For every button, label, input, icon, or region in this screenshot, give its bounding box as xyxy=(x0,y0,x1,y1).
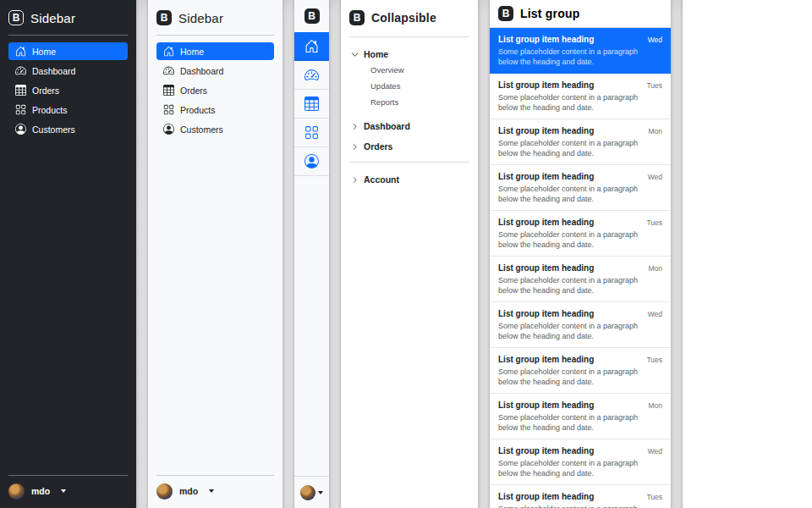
list-item[interactable]: List group item heading Mon Some placeho… xyxy=(490,119,671,165)
list-item-header-row: List group item heading Wed xyxy=(498,34,662,46)
divider xyxy=(156,35,274,36)
nav-item-home[interactable]: Home xyxy=(156,42,274,60)
nav-label: Customers xyxy=(180,124,223,135)
nav-icon-dashboard[interactable] xyxy=(294,61,329,90)
speedometer-icon xyxy=(304,68,319,82)
nav-icon-customers[interactable] xyxy=(294,147,329,176)
list-item[interactable]: List group item heading Tues Some placeh… xyxy=(490,485,671,508)
example-divider xyxy=(283,0,294,508)
nav-item-orders[interactable]: Orders xyxy=(156,81,274,99)
nav-label: Orders xyxy=(180,86,207,96)
nav-item-customers[interactable]: Customers xyxy=(8,120,128,138)
list-item[interactable]: List group item heading Mon Some placeho… xyxy=(490,257,671,302)
list-item-body: Some placeholder content in a paragraph … xyxy=(498,367,642,387)
list-item[interactable]: List group item heading Mon Some placeho… xyxy=(490,394,671,439)
avatar xyxy=(8,483,25,500)
list-item-date: Tues xyxy=(646,491,662,503)
nav-icon-products[interactable] xyxy=(294,119,329,147)
list-item-body: Some placeholder content in a paragraph … xyxy=(498,230,642,250)
bootstrap-logo-icon: B xyxy=(349,10,365,25)
list-group-brand[interactable]: B List group xyxy=(490,0,671,28)
caret-down-icon xyxy=(61,489,66,493)
list-item[interactable]: List group item heading Wed Some placeho… xyxy=(490,439,671,485)
list-item-date: Mon xyxy=(648,125,662,137)
tree-toggle-orders[interactable]: Orders xyxy=(351,140,469,153)
list-item-body: Some placeholder content in a paragraph … xyxy=(498,93,642,113)
list-item[interactable]: List group item heading Tues Some placeh… xyxy=(490,211,671,257)
avatar xyxy=(300,485,315,500)
list-item[interactable]: List group item heading Wed Some placeho… xyxy=(490,302,671,348)
table-icon xyxy=(15,85,26,96)
tree-link-updates[interactable]: Updates xyxy=(370,80,469,91)
list-item-header-row: List group item heading Tues xyxy=(498,491,662,503)
list-item-heading: List group item heading xyxy=(498,171,594,183)
user-dropdown-toggle[interactable]: mdo xyxy=(156,483,274,500)
tree-link-overview[interactable]: Overview xyxy=(370,64,469,75)
user-dropdown-toggle[interactable] xyxy=(294,476,329,508)
list-item-heading: List group item heading xyxy=(498,354,594,366)
sidebar-collapsible-brand[interactable]: B Collapsible xyxy=(349,8,469,27)
list-item-date: Wed xyxy=(648,171,662,183)
sidebar-light: B Sidebar Home Dashboard Orders Products xyxy=(148,0,283,508)
list-item-date: Mon xyxy=(648,262,662,274)
list-group: List group item heading Wed Some placeho… xyxy=(490,28,671,508)
tree-toggle-account[interactable]: Account xyxy=(351,173,469,186)
list-group-title: List group xyxy=(520,7,579,20)
nav-label: Dashboard xyxy=(32,66,75,76)
divider xyxy=(349,162,469,163)
divider xyxy=(8,475,128,476)
tree-toggle-label: Home xyxy=(364,49,388,59)
house-icon xyxy=(163,46,174,57)
tree-toggle-home[interactable]: Home xyxy=(351,47,469,61)
nav-item-dashboard[interactable]: Dashboard xyxy=(8,62,128,80)
nav-item-home[interactable]: Home xyxy=(8,42,128,60)
list-item-body: Some placeholder content in a paragraph … xyxy=(498,47,642,67)
nav-label: Dashboard xyxy=(180,66,223,76)
nav-item-customers[interactable]: Customers xyxy=(156,120,274,138)
sidebar-dark-nav: Home Dashboard Orders Products Customers xyxy=(8,42,128,138)
list-item[interactable]: List group item heading Wed Some placeho… xyxy=(490,28,671,74)
tree-toggle-label: Account xyxy=(364,174,399,185)
nav-item-products[interactable]: Products xyxy=(8,101,128,119)
example-divider xyxy=(136,0,148,508)
collapsible-tree: Home Overview Updates Reports Dashboard … xyxy=(349,37,469,186)
sidebar-collapsible: B Collapsible Home Overview Updates Repo… xyxy=(341,0,478,508)
list-item-header-row: List group item heading Mon xyxy=(498,400,662,411)
list-item-header-row: List group item heading Wed xyxy=(498,445,662,457)
list-item-body: Some placeholder content in a paragraph … xyxy=(498,276,642,295)
list-item-heading: List group item heading xyxy=(498,80,594,91)
list-item[interactable]: List group item heading Tues Some placeh… xyxy=(490,74,671,119)
tree-toggle-dashboard[interactable]: Dashboard xyxy=(351,119,469,133)
grid-icon xyxy=(15,104,26,115)
list-item-heading: List group item heading xyxy=(498,262,594,274)
sidebar-light-brand[interactable]: B Sidebar xyxy=(156,8,274,27)
nav-item-orders[interactable]: Orders xyxy=(8,81,128,99)
empty-area xyxy=(683,0,812,508)
nav-item-dashboard[interactable]: Dashboard xyxy=(156,62,274,80)
caret-down-icon xyxy=(318,491,323,494)
nav-icon-home[interactable] xyxy=(294,32,329,61)
list-item-body: Some placeholder content in a paragraph … xyxy=(498,505,642,508)
list-item[interactable]: List group item heading Tues Some placeh… xyxy=(490,348,671,394)
list-item-date: Wed xyxy=(648,445,662,457)
nav-item-products[interactable]: Products xyxy=(156,101,274,119)
list-item-header-row: List group item heading Wed xyxy=(498,171,662,183)
list-group-panel: B List group List group item heading Wed… xyxy=(490,0,671,508)
list-item-date: Wed xyxy=(648,34,662,46)
sidebar-dark-brand[interactable]: B Sidebar xyxy=(8,8,128,27)
user-dropdown-toggle[interactable]: mdo xyxy=(8,483,128,500)
nav-icon-orders[interactable] xyxy=(294,90,329,119)
list-item[interactable]: List group item heading Wed Some placeho… xyxy=(490,165,671,211)
table-icon xyxy=(304,97,319,111)
list-item-heading: List group item heading xyxy=(498,491,594,503)
sidebar-icons: B xyxy=(294,0,329,508)
bootstrap-logo-icon: B xyxy=(498,6,513,21)
house-icon xyxy=(15,46,26,57)
nav-label: Customers xyxy=(32,124,75,135)
sidebar-icons-brand[interactable]: B xyxy=(294,0,329,32)
list-item-date: Mon xyxy=(648,400,662,411)
nav-label: Home xyxy=(180,47,204,57)
caret-down-icon xyxy=(209,489,214,493)
list-item-date: Wed xyxy=(648,308,662,320)
tree-link-reports[interactable]: Reports xyxy=(370,97,469,108)
